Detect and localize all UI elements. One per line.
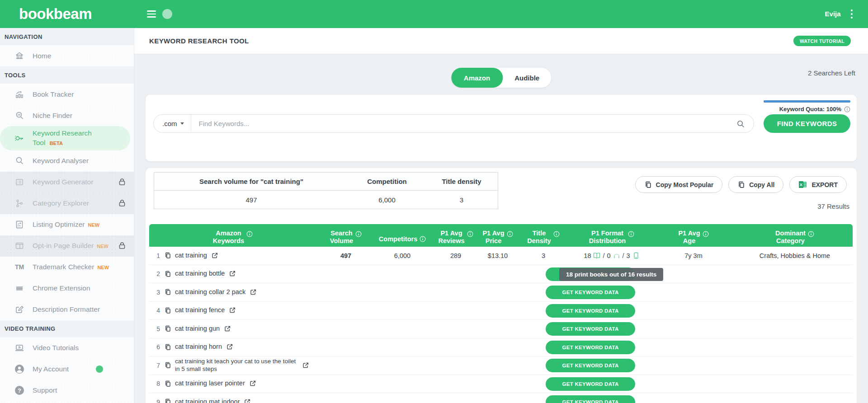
copy-most-popular-button[interactable]: Copy Most Popular [635, 176, 723, 193]
sidebar-item-listing-optimizer[interactable]: Listing OptimizerNEW [0, 214, 134, 235]
marketplace-tabs: Amazon Audible [451, 68, 551, 88]
tab-amazon[interactable]: Amazon [451, 68, 503, 88]
search-icon[interactable] [737, 120, 745, 128]
copy-icon[interactable] [164, 362, 171, 369]
user-name[interactable]: Evija [825, 10, 841, 18]
tree-icon [14, 198, 24, 208]
copy-icon[interactable] [164, 307, 171, 314]
copy-icon[interactable] [164, 289, 171, 295]
external-link-icon[interactable] [224, 325, 231, 333]
external-link-icon[interactable] [302, 362, 309, 369]
sidebar-item-chrome-extension[interactable]: Chrome Extension [0, 278, 134, 299]
sidebar-item-category-explorer[interactable]: Category Explorer [0, 193, 134, 214]
copy-icon[interactable] [164, 252, 171, 259]
keyword-table-header: AmazonKeywords SearchVolume Competitors … [149, 224, 853, 247]
print-count: 18 [584, 252, 591, 259]
sidebar-item-keyword-research-tool[interactable]: Keyword Research Tool BETA [0, 126, 130, 150]
lock-icon [118, 178, 127, 187]
page-title: KEYWORD RESEARCH TOOL [149, 37, 249, 45]
p1-avg-age-value: 7y 3m [650, 252, 737, 259]
info-icon[interactable] [467, 231, 473, 237]
info-icon[interactable] [355, 231, 362, 237]
get-keyword-data-button[interactable]: GET KEYWORD DATA [546, 395, 635, 403]
keyword-text: cat training gun [175, 325, 220, 333]
get-keyword-data-button[interactable]: GET KEYWORD DATA [546, 286, 635, 299]
svg-text:X: X [800, 182, 803, 187]
page-layout-icon [14, 241, 24, 251]
title-density-value: 3 [514, 252, 573, 259]
info-icon[interactable] [507, 231, 513, 237]
sidebar-item-trademark-checker[interactable]: TM Trademark CheckerNEW [0, 257, 134, 278]
info-icon[interactable] [553, 231, 560, 237]
results-card: Search volume for "cat training" Competi… [146, 168, 857, 403]
hamburger-menu-icon[interactable] [147, 10, 156, 18]
copy-icon[interactable] [164, 398, 171, 403]
keyword-text: cat training bottle [175, 270, 225, 278]
pencil-paper-icon [14, 305, 24, 314]
sidebar-item-opt-in-page-builder[interactable]: Opt-in Page BuilderNEW [0, 235, 134, 257]
search-volume-value: 497 [316, 252, 375, 259]
tm-icon: TM [14, 262, 24, 272]
copy-icon[interactable] [164, 344, 171, 351]
get-keyword-data-button[interactable]: GET KEYWORD DATA [546, 377, 635, 391]
table-row: 7 cat training kit teach your cat to use… [149, 356, 853, 375]
sidebar-item-label: Video Tutorials [33, 344, 79, 352]
copy-icon[interactable] [164, 380, 171, 387]
sidebar-item-home[interactable]: Home [0, 45, 134, 66]
sidebar-item-book-tracker[interactable]: Book Tracker [0, 84, 134, 105]
copy-icon [737, 181, 745, 188]
document-chart-icon [14, 220, 24, 230]
sidebar-item-my-account[interactable]: My Account [0, 359, 134, 380]
get-keyword-data-button[interactable]: GET KEYWORD DATA [546, 359, 635, 372]
find-keywords-button[interactable]: FIND KEYWORDS [764, 114, 850, 133]
sidebar-item-keyword-generator[interactable]: Keyword Generator [0, 172, 134, 193]
get-keyword-data-button[interactable]: GET KEYWORD DATA [546, 341, 635, 354]
content-area: 2 Searches Left Amazon Audible .com Key [134, 54, 868, 403]
get-keyword-data-button[interactable]: GET KEYWORD DATA [546, 322, 635, 336]
info-icon[interactable] [628, 231, 634, 237]
sidebar-item-label: Keyword Generator [33, 178, 93, 186]
info-icon[interactable] [420, 236, 426, 242]
info-icon[interactable] [808, 231, 814, 237]
chevron-down-icon [180, 122, 184, 125]
kebab-menu-icon[interactable] [849, 8, 854, 20]
keyword-text: cat training horn [175, 343, 222, 351]
sidebar-item-support[interactable]: ? Support [0, 380, 134, 401]
sidebar-item-keyword-analyser[interactable]: Keyword Analyser [0, 150, 134, 172]
bookbeam-logo: bookbeam [19, 5, 92, 22]
info-icon[interactable] [844, 106, 850, 112]
search-input[interactable] [191, 120, 754, 127]
external-link-icon[interactable] [211, 252, 218, 259]
table-row: 8 cat training laser pointer GET KEYWORD… [149, 375, 853, 394]
sidebar-item-label: Book Tracker [33, 90, 74, 98]
sidebar-item-label: Chrome Extension [33, 284, 90, 292]
external-link-icon[interactable] [229, 307, 236, 314]
niche-finder-icon [14, 111, 24, 121]
copy-icon[interactable] [164, 271, 171, 277]
sidebar-item-label: Home [33, 52, 51, 60]
external-link-icon[interactable] [229, 270, 236, 277]
video-tutorials-icon [14, 343, 24, 353]
title-band: KEYWORD RESEARCH TOOL WATCH TUTORIAL [134, 28, 868, 54]
sidebar-item-niche-finder[interactable]: Niche Finder [0, 105, 134, 126]
domain-select[interactable]: .com [154, 115, 191, 132]
sidebar-item-video-tutorials[interactable]: Video Tutorials [0, 337, 134, 359]
info-icon[interactable] [703, 231, 709, 237]
external-link-icon[interactable] [226, 343, 233, 351]
dominant-category-value: Crafts, Hobbies & Home [737, 252, 853, 259]
copy-icon [644, 181, 651, 188]
list-icon [14, 177, 24, 187]
sidebar-item-description-formatter[interactable]: Description Formatter [0, 299, 134, 320]
external-link-icon[interactable] [244, 398, 251, 403]
get-keyword-data-button[interactable]: GET KEYWORD DATA [546, 304, 635, 318]
external-link-icon[interactable] [249, 380, 256, 387]
copy-all-button[interactable]: Copy All [728, 176, 783, 193]
external-link-icon[interactable] [250, 289, 257, 296]
keyword-quota-bar [764, 100, 850, 103]
tab-audible[interactable]: Audible [503, 68, 551, 88]
export-button[interactable]: X EXPORT [789, 176, 847, 193]
watch-tutorial-button[interactable]: WATCH TUTORIAL [793, 36, 851, 46]
copy-icon[interactable] [164, 325, 171, 332]
sidebar-item-label: Niche Finder [33, 112, 72, 120]
info-icon[interactable] [246, 231, 253, 237]
